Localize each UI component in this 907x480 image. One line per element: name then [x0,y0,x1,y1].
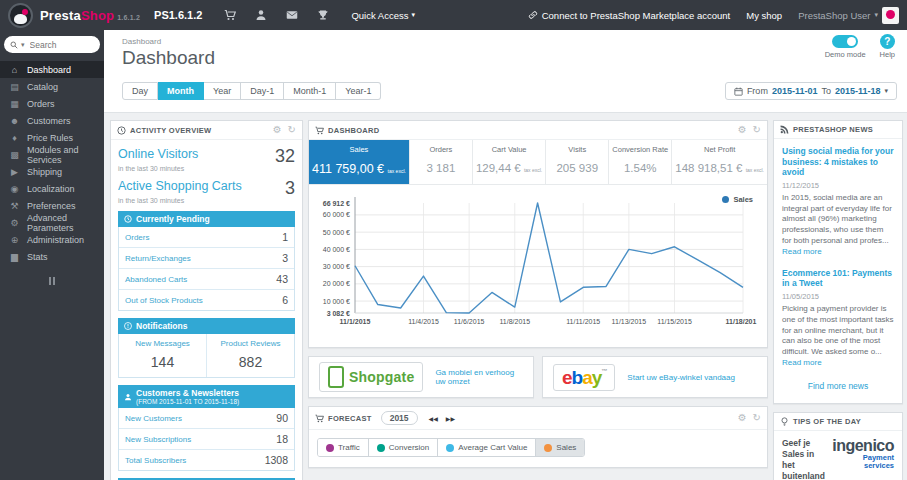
sidebar-item-advanced-parameters[interactable]: ⚙Advanced Parameters [0,214,104,231]
article-title-link[interactable]: Ecommerce 101: Payments in a Tweet [782,268,894,289]
next-year-icon[interactable]: ▶▶ [443,413,458,424]
new-customers-link[interactable]: New Customers [125,414,182,423]
kpi-net-profit[interactable]: Net Profit148 918,51 € tax excl. [672,140,767,184]
sidebar-item-customers[interactable]: ☻Customers [0,112,104,129]
person-icon[interactable] [255,9,267,21]
sidebar-search[interactable]: ▾ [4,36,100,53]
header-controls: Demo mode ? Help [825,33,895,59]
kpi-orders[interactable]: Orders3 181 [410,140,473,184]
caret-down-icon: ▾ [874,11,878,19]
gear-icon[interactable]: ⚙ [738,125,747,135]
user-menu[interactable]: PrestaShop User▾ [798,7,899,24]
help-icon[interactable]: ? [880,34,895,49]
product-reviews-count: 882 [209,354,292,370]
kpi-value: 129,44 € [476,162,521,174]
abandoned-carts-link[interactable]: Abandoned Carts [125,275,187,284]
legend-sales-button[interactable]: Sales [536,439,584,456]
active-carts: Active Shopping Carts3 [118,179,295,197]
new-subscriptions-link[interactable]: New Subscriptions [125,435,191,444]
range-day-1-button[interactable]: Day-1 [241,82,284,100]
search-input[interactable] [28,39,88,51]
refresh-icon[interactable]: ↻ [753,413,761,423]
article-date: 11/12/2015 [782,181,894,190]
shopgate-brand: Shopgate [349,369,414,385]
sidebar-item-dashboard[interactable]: ⌂Dashboard [0,61,104,78]
returns-link[interactable]: Return/Exchanges [125,254,191,263]
new-messages-cell[interactable]: New Messages144 [119,334,206,377]
sidebar-item-catalog[interactable]: ▤Catalog [0,78,104,95]
previous-year-icon[interactable]: ◀◀ [426,413,441,424]
out-of-stock-link[interactable]: Out of Stock Products [125,296,203,305]
sidebar-item-orders[interactable]: ▦Orders [0,95,104,112]
sidebar-item-modules[interactable]: ▩Modules and Services [0,146,104,163]
range-month-button[interactable]: Month [158,82,204,100]
refresh-icon[interactable]: ↻ [753,125,761,135]
prestashop-admin: PrestaShop1.6.1.2 PS1.6.1.2 Quick Access… [0,0,907,480]
dashboard-panel: DASHBOARD ⚙↻ Sales411 759,00 € tax excl.… [308,120,768,348]
online-visitors-link[interactable]: Online Visitors [118,147,198,161]
article-title-link[interactable]: Using social media for your business: 4 … [782,146,894,178]
gear-icon[interactable]: ⚙ [273,125,282,135]
sidebar-item-preferences[interactable]: ⚒Preferences [0,197,104,214]
ebay-link[interactable]: Start uw eBay-winkel vandaag [627,373,735,382]
sidebar-item-administration[interactable]: ⊕Administration [0,231,104,248]
marketplace-link[interactable]: Connect to PrestaShop Marketplace accoun… [528,10,731,21]
read-more-link[interactable]: Read more [782,247,822,256]
forecast-year-selector[interactable]: 2015 [381,411,418,425]
chart-legend: Sales [722,195,753,204]
range-month-1-button[interactable]: Month-1 [284,82,336,100]
svg-text:11/4/2015: 11/4/2015 [408,318,439,325]
range-year-button[interactable]: Year [204,82,241,100]
legend-label: Traffic [338,443,360,452]
legend-average-cart-value-button[interactable]: Average Cart Value [438,439,536,456]
active-carts-link[interactable]: Active Shopping Carts [118,179,242,193]
collapse-menu-button[interactable] [0,277,104,285]
sidebar-item-shipping[interactable]: ▶Shipping [0,163,104,180]
sidebar-item-localization[interactable]: ◉Localization [0,180,104,197]
kpi-conversion-rate[interactable]: Conversion Rate1.54% [609,140,672,184]
currently-pending-header: Currently Pending [118,211,295,227]
read-more-link[interactable]: Read more [782,358,822,367]
panel-title: DASHBOARD [328,126,379,135]
legend-conversion-button[interactable]: Conversion [369,439,438,456]
my-shop-link[interactable]: My shop [746,10,782,21]
total-subscribers-link[interactable]: Total Subscribers [125,456,186,465]
quick-access-menu[interactable]: Quick Access▾ [351,10,415,21]
refresh-icon[interactable]: ↻ [288,125,296,135]
sidebar-item-price-rules[interactable]: ♦Price Rules [0,129,104,146]
kpi-cart-value[interactable]: Cart Value129,44 € tax excl. [473,140,546,184]
legend-traffic-button[interactable]: Traffic [318,439,369,456]
kpi-visits[interactable]: Visits205 939 [546,140,609,184]
gear-icon[interactable]: ⚙ [738,413,747,423]
range-day-button[interactable]: Day [122,82,158,100]
brand-shop: Shop [81,8,114,23]
cart-icon[interactable] [224,9,236,21]
trophy-icon[interactable] [317,9,329,21]
list-item: Abandoned Carts43 [119,269,294,290]
product-reviews-cell[interactable]: Product Reviews882 [206,334,294,377]
sales-chart: 66 912 €60 000 €50 000 €40 000 €30 000 €… [313,191,757,343]
sidebar-item-stats[interactable]: ▆Stats [0,248,104,265]
list-item: New Subscriptions18 [119,429,294,450]
sidebar-item-label: Customers [27,116,71,126]
date-range-picker[interactable]: From2015-11-01 To2015-11-18 ▾ [725,82,897,100]
svg-text:11/1/2015: 11/1/2015 [340,318,371,325]
kpi-label: Cart Value [476,145,542,154]
search-scope-caret-icon[interactable]: ▾ [21,41,25,49]
find-more-news-link[interactable]: Find more news [782,381,894,391]
help-label: Help [880,50,895,59]
shop-version: PS1.6.1.2 [154,9,202,21]
shopgate-link[interactable]: Ga mobiel en verhoog uw omzet [435,368,523,386]
sales-legend-label: Sales [733,195,753,204]
forecast-panel: FORECAST 2015 ◀◀ ▶▶ ⚙↻ Traffic Conversio… [308,406,768,468]
section-title: Notifications [136,321,187,331]
clock-icon [117,126,126,135]
orders-link[interactable]: Orders [125,233,149,242]
range-year-1-button[interactable]: Year-1 [336,82,381,100]
kpi-sales[interactable]: Sales411 759,00 € tax excl. [309,140,410,184]
demo-mode-toggle[interactable] [832,35,858,48]
envelope-icon[interactable] [286,9,298,21]
tip-heading: Geef je Sales in het buitenland een Boos… [782,438,825,480]
new-messages-count: 144 [121,354,204,370]
kpi-value: 205 939 [556,162,598,174]
